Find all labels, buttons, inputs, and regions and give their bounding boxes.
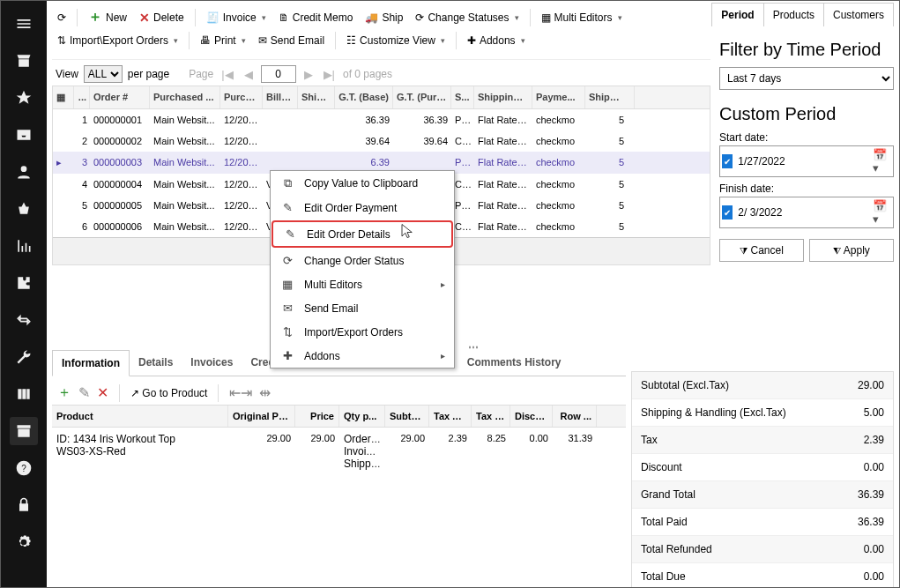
- invoice-button[interactable]: 🧾Invoice: [201, 8, 271, 27]
- per-page-label: per page: [128, 68, 169, 80]
- ctx-copy[interactable]: ⧉Copy Value to Clipboard: [271, 171, 454, 196]
- refresh-button[interactable]: ⟳: [52, 8, 71, 27]
- credit-memo-button[interactable]: 🗎Credit Memo: [273, 8, 359, 27]
- store-icon[interactable]: [10, 47, 38, 75]
- prev-page-button[interactable]: ◀: [242, 68, 256, 81]
- tab-details[interactable]: Details: [130, 350, 182, 376]
- collapse-icon[interactable]: ⇤⇥: [229, 384, 252, 401]
- col-qty[interactable]: Qty p...: [339, 406, 385, 427]
- delete-label: Delete: [153, 11, 184, 24]
- split-icon[interactable]: ⇹: [259, 384, 271, 401]
- archive-icon[interactable]: [10, 417, 38, 445]
- tab-period[interactable]: Period: [712, 4, 763, 26]
- ctx-change-status[interactable]: ⟳Change Order Status: [271, 249, 454, 272]
- col-ship-to[interactable]: Ship ...: [298, 86, 335, 108]
- basket-icon[interactable]: [10, 195, 38, 223]
- star-icon[interactable]: [10, 84, 38, 112]
- col-discount[interactable]: Disco...: [510, 406, 553, 427]
- ctx-multi-editors[interactable]: ▦Multi Editors: [271, 272, 454, 296]
- funnel-x-icon: ⧩: [740, 245, 748, 256]
- tab-products[interactable]: Products: [764, 4, 824, 26]
- col-dots[interactable]: ...: [74, 86, 90, 108]
- ctx-send-email[interactable]: ✉Send Email: [271, 296, 454, 320]
- per-page-select[interactable]: ALL: [84, 65, 123, 83]
- col-status[interactable]: S...: [451, 86, 474, 108]
- ship-button[interactable]: 🚚Ship: [360, 8, 408, 27]
- calendar-icon[interactable]: 📅▾: [870, 199, 891, 226]
- ctx-edit-payment[interactable]: ✎Edit Order Payment: [271, 196, 454, 220]
- col-shipping[interactable]: Shippin...: [585, 86, 635, 108]
- col-payment[interactable]: Payme...: [532, 86, 585, 108]
- tab-comments[interactable]: Comments History: [458, 350, 570, 376]
- col-gt-base[interactable]: G.T. (Base): [335, 86, 393, 108]
- col-price[interactable]: Price: [295, 406, 339, 427]
- send-email-button[interactable]: ✉Send Email: [253, 31, 330, 50]
- cycle-icon: ⟳: [279, 254, 295, 267]
- edit-item-button[interactable]: ✎: [78, 384, 90, 401]
- finish-date-field[interactable]: [738, 206, 870, 219]
- table-row[interactable]: 2000000002Main Websit...12/20/2...39.643…: [53, 130, 710, 152]
- delete-button[interactable]: ✕Delete: [134, 7, 190, 28]
- col-subtotal[interactable]: Subto...: [385, 406, 429, 427]
- lock-icon[interactable]: [10, 491, 38, 519]
- tab-customers[interactable]: Customers: [824, 4, 893, 26]
- print-button[interactable]: 🖶Print: [195, 31, 251, 50]
- apply-button[interactable]: ⧨ Apply: [809, 239, 894, 262]
- new-button[interactable]: ＋New: [83, 4, 132, 30]
- user-icon[interactable]: [10, 158, 38, 186]
- addons-button[interactable]: ✚Addons: [462, 31, 531, 50]
- ctx-addons[interactable]: ✚Addons: [271, 344, 454, 368]
- wrench-icon[interactable]: [10, 343, 38, 371]
- col-tax-percent[interactable]: Tax P...: [472, 406, 510, 427]
- calendar-icon[interactable]: 📅▾: [870, 148, 891, 175]
- add-item-button[interactable]: ＋: [57, 383, 71, 402]
- col-purchased-on[interactable]: Purch...: [220, 86, 263, 108]
- cancel-button[interactable]: ⧩ Cancel: [719, 239, 804, 262]
- tab-information[interactable]: Information: [52, 350, 130, 376]
- columns-icon[interactable]: [10, 380, 38, 408]
- menu-icon[interactable]: [10, 10, 38, 38]
- start-date-field[interactable]: [738, 155, 870, 167]
- col-orig-price[interactable]: Original Pri...: [228, 406, 295, 427]
- col-shipping-info[interactable]: Shipping I...: [474, 86, 532, 108]
- puzzle-icon[interactable]: [10, 269, 38, 297]
- col-tax-amount[interactable]: Tax A...: [429, 406, 472, 427]
- col-checkbox[interactable]: ▦: [53, 86, 74, 108]
- gear-icon[interactable]: [10, 528, 38, 556]
- discount-value: 0.00: [864, 461, 884, 473]
- inbox-icon[interactable]: [10, 121, 38, 149]
- last-page-button[interactable]: ▶|: [321, 68, 338, 81]
- link-icon: ↗: [130, 387, 139, 399]
- col-bill-to[interactable]: Bill t...: [263, 86, 298, 108]
- col-row-total[interactable]: Row ...: [553, 406, 597, 427]
- customize-view-button[interactable]: ☷Customize View: [341, 31, 450, 50]
- col-product[interactable]: Product: [52, 406, 228, 427]
- ctx-edit-details[interactable]: ✎Edit Order Details: [271, 220, 453, 248]
- col-purchased-from[interactable]: Purchased ...: [150, 86, 220, 108]
- import-export-button[interactable]: ⇅Import\Export Orders: [52, 31, 183, 50]
- next-page-button[interactable]: ▶: [301, 68, 316, 81]
- grid-header: ▦ ... Order # Purchased ... Purch... Bil…: [53, 86, 710, 109]
- change-statuses-button[interactable]: ⟳Change Statuses: [410, 8, 524, 27]
- help-icon[interactable]: ?: [10, 454, 38, 482]
- period-select[interactable]: Last 7 days: [719, 67, 894, 90]
- page-number-input[interactable]: [261, 65, 296, 83]
- col-gt-purchased[interactable]: G.T. (Purc...: [393, 86, 451, 108]
- tab-invoices[interactable]: Invoices: [182, 350, 242, 376]
- remove-item-button[interactable]: ✕: [97, 384, 108, 401]
- sync-icon[interactable]: [10, 306, 38, 334]
- x-icon: ✕: [139, 11, 150, 25]
- table-row[interactable]: 1000000001Main Websit...12/20/2...36.393…: [53, 109, 710, 130]
- first-page-button[interactable]: |◀: [219, 68, 235, 81]
- finish-date-input[interactable]: ✔ 📅▾: [719, 197, 894, 228]
- start-date-input[interactable]: ✔ 📅▾: [719, 145, 894, 177]
- subtotal-label: Subtotal (Excl.Tax): [641, 379, 729, 391]
- go-to-product-button[interactable]: ↗ Go to Product: [130, 387, 207, 399]
- cell-orig-price: 29.00: [228, 428, 295, 475]
- multi-editors-button[interactable]: ▦Multi Editors: [536, 8, 628, 27]
- chart-icon[interactable]: [10, 232, 38, 260]
- col-order[interactable]: Order #: [90, 86, 150, 108]
- product-row[interactable]: ID: 1434 Iris Workout TopWS03-XS-Red 29.…: [52, 428, 626, 475]
- of-pages-label: of 0 pages: [343, 68, 392, 80]
- ctx-import-export[interactable]: ⇅Import/Export Orders: [271, 320, 454, 344]
